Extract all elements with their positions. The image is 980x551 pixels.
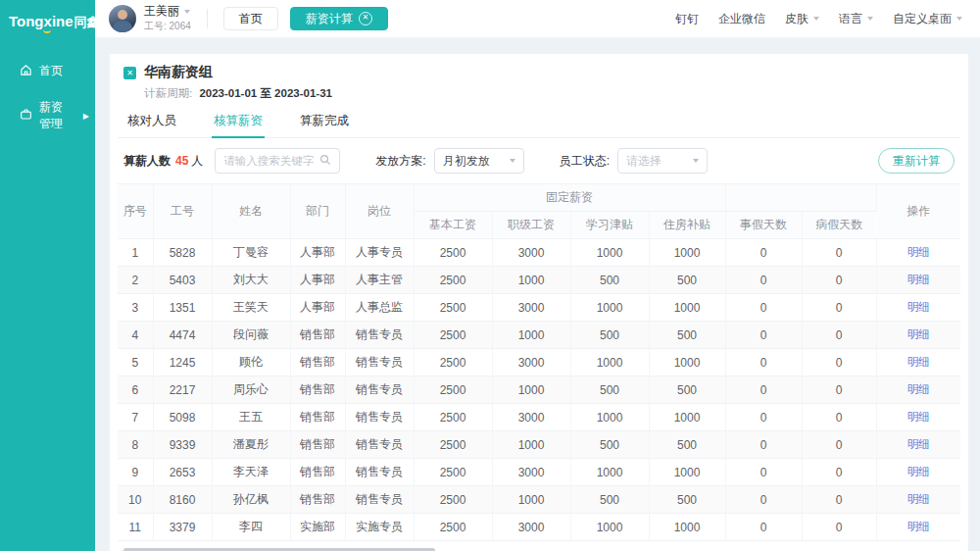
detail-link[interactable]: 明细 [907,438,930,450]
col-index: 序号 [118,184,153,239]
brand-logo: Tongxine同鑫 [0,0,95,31]
table-row: 113379李四实施部实施专员250030001000100000明细 [118,514,960,541]
action-cell: 明细 [876,239,960,267]
table-cell: 1000 [649,349,725,376]
table-cell: 11 [118,514,153,541]
table-cell: 人事主管 [345,267,414,294]
action-cell: 明细 [876,431,960,459]
table-cell: 9 [118,459,153,486]
col-employee-id: 工号 [153,184,212,239]
table-cell: 3000 [492,349,570,376]
detail-link[interactable]: 明细 [907,493,930,505]
table-cell: 刘大大 [212,267,290,294]
table-row: 108160孙亿枫销售部销售专员2500100050050000明细 [118,486,960,514]
table-cell: 销售部 [290,322,345,349]
close-icon[interactable]: ✕ [359,12,372,25]
user-meta[interactable]: 王美丽 工号: 2064 [144,5,191,31]
table-cell: 0 [725,459,802,486]
tab-check-staff[interactable]: 核对人员 [125,107,178,137]
user-id-label: 工号: [144,21,167,31]
nav-custom-desktop[interactable]: 自定义桌面 [893,11,962,27]
table-cell: 0 [802,431,876,459]
search-input[interactable]: 请输入搜索关键字 [215,148,340,174]
table-cell: 500 [649,376,725,404]
detail-link[interactable]: 明细 [907,246,930,258]
table-cell: 0 [725,294,802,322]
chevron-down-icon [813,17,819,21]
detail-link[interactable]: 明细 [907,466,930,477]
table-cell: 销售专员 [345,376,414,404]
status-label: 员工状态: [560,153,610,170]
plan-select[interactable]: 月初发放 [434,148,524,174]
tab-calc-payroll[interactable]: 核算薪资 [212,107,265,137]
detail-link[interactable]: 明细 [907,301,930,313]
sidebar-menu: 首页 薪资管理 ▶ [0,53,95,142]
table-row: 92653李天泽销售部销售专员250030001000100000明细 [118,459,960,486]
table-cell: 王笑天 [212,294,290,322]
tab-calc-done[interactable]: 算薪完成 [298,107,351,137]
table-cell: 500 [649,267,725,294]
table-cell: 1000 [570,239,649,267]
table-cell: 销售部 [290,376,345,404]
table-cell: 6 [118,376,153,404]
main-card: ✕ 华南薪资组 计薪周期: 2023-01-01 至 2023-01-31 核对… [110,54,968,551]
payroll-table: 序号 工号 姓名 部门 岗位 固定薪资 操作 基本工资 职级工资 学习津贴 住房… [118,183,960,541]
table-cell: 3 [118,294,153,322]
table-cell: 0 [725,267,802,294]
detail-link[interactable]: 明细 [907,521,930,532]
table-cell: 0 [802,239,876,267]
table-row: 31351王笑天人事部人事总监250030001000100000明细 [118,294,960,322]
recalculate-button[interactable]: 重新计算 [878,148,955,174]
detail-link[interactable]: 明细 [907,328,930,340]
table-cell: 0 [802,486,876,514]
action-cell: 明细 [876,294,960,322]
table-cell: 1000 [649,514,725,541]
status-select[interactable]: 请选择 [617,148,708,174]
table-cell: 2500 [414,404,492,431]
table-cell: 0 [725,404,802,431]
table-row: 75098王五销售部销售专员250030001000100000明细 [118,404,960,431]
table-cell: 9339 [153,431,212,459]
table-row: 44474段问薇销售部销售专员2500100050050000明细 [118,322,960,349]
detail-link[interactable]: 明细 [907,274,930,285]
nav-skin[interactable]: 皮肤 [785,11,819,27]
plan-value: 月初发放 [443,153,490,170]
nav-language[interactable]: 语言 [839,11,873,27]
chevron-right-icon: ▶ [83,112,89,121]
divider [207,9,208,28]
table-cell: 500 [649,322,725,349]
sidebar-item-payroll[interactable]: 薪资管理 ▶ [0,89,95,142]
detail-link[interactable]: 明细 [907,356,930,368]
table-cell: 顾伦 [212,349,290,376]
col-group-empty [725,184,876,212]
table-cell: 销售专员 [345,349,414,376]
table-cell: 2500 [414,349,492,376]
table-cell: 10 [118,486,153,514]
sidebar: Tongxine同鑫 首页 薪资管理 [0,0,95,551]
table-cell: 0 [802,267,876,294]
sidebar-item-home[interactable]: 首页 [0,53,95,89]
chevron-down-icon [956,17,962,21]
nav-dingtalk[interactable]: 钉钉 [675,11,699,27]
table-cell: 1245 [153,349,212,376]
table-cell: 销售部 [290,459,345,486]
action-cell: 明细 [876,267,960,294]
detail-link[interactable]: 明细 [907,383,930,395]
table-cell: 0 [802,376,876,404]
detail-link[interactable]: 明细 [907,411,930,423]
tab-home[interactable]: 首页 [223,7,278,30]
count-value: 45 [175,154,188,168]
search-icon [319,154,331,169]
briefcase-icon [20,108,32,124]
table-cell: 3000 [492,459,570,486]
chevron-down-icon [867,17,873,21]
action-cell: 明细 [876,514,960,541]
tab-payroll-calc[interactable]: 薪资计算 ✕ [290,7,388,30]
nav-wecom[interactable]: 企业微信 [718,11,765,27]
table-cell: 500 [649,486,725,514]
table-cell: 500 [570,322,649,349]
topnav: 钉钉 企业微信 皮肤 语言 自定义桌面 [675,11,962,27]
back-icon[interactable]: ✕ [123,67,136,79]
table-cell: 李四 [212,514,290,541]
avatar[interactable] [109,5,136,32]
